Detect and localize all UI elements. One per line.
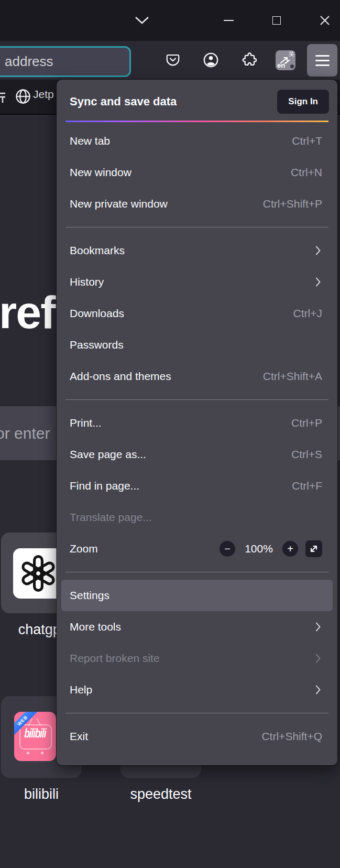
chevron-right-icon xyxy=(315,277,321,287)
chevron-right-icon xyxy=(315,622,321,632)
zoom-level[interactable]: 100% xyxy=(242,542,276,555)
menu-item-label: Translate page... xyxy=(70,511,322,524)
menu-item-shortcut: Ctrl+Shift+P xyxy=(263,198,322,210)
title-bar xyxy=(0,0,340,41)
menu-item-help[interactable]: Help xyxy=(65,674,329,706)
chatgpt-icon-box xyxy=(13,548,63,599)
menu-item-label: Settings xyxy=(70,589,322,602)
chevron-down-icon[interactable] xyxy=(130,0,154,41)
menu-item-label: Find in page... xyxy=(70,480,292,492)
menu-item-bookmarks[interactable]: Bookmarks xyxy=(65,235,329,266)
menu-separator xyxy=(65,399,328,400)
chevron-right-icon xyxy=(315,685,321,695)
menu-item-label: Report broken site xyxy=(70,652,315,665)
menu-item-downloads[interactable]: Downloads Ctrl+J xyxy=(65,298,329,329)
menu-item-shortcut: Ctrl+Shift+Q xyxy=(261,730,322,743)
menu-item-label: Zoom xyxy=(70,542,220,555)
menu-item-label: Help xyxy=(70,683,315,696)
translate-badge-dot xyxy=(290,64,294,68)
bilibili-logo: bilibili WEB xyxy=(14,712,56,761)
menu-item-zoom: Zoom − 100% + xyxy=(65,533,329,565)
shortcut-label-bilibili[interactable]: bilibili xyxy=(1,786,82,802)
menu-item-report-broken-site: Report broken site xyxy=(65,643,329,674)
app-menu-panel: Sync and save data Sign In New tab Ctrl+… xyxy=(57,80,337,765)
menu-header: Sync and save data Sign In xyxy=(65,87,329,116)
menu-item-settings[interactable]: Settings xyxy=(61,580,333,611)
globe-icon xyxy=(15,89,31,104)
pocket-button[interactable] xyxy=(165,52,181,68)
menu-item-print[interactable]: Print... Ctrl+P xyxy=(65,407,329,439)
menu-item-shortcut: Ctrl+S xyxy=(291,448,322,461)
minimize-button[interactable] xyxy=(216,0,240,41)
menu-item-shortcut: Ctrl+J xyxy=(293,307,322,320)
zoom-out-button[interactable]: − xyxy=(220,541,235,557)
menu-item-shortcut: Ctrl+Shift+A xyxy=(263,370,322,383)
menu-item-passwords[interactable]: Passwords xyxy=(65,329,329,361)
account-button[interactable] xyxy=(202,51,220,69)
partial-favicon xyxy=(0,91,6,104)
menu-separator xyxy=(65,227,328,227)
menu-item-label: New tab xyxy=(70,135,292,147)
menu-button[interactable] xyxy=(307,44,337,77)
menu-item-find-in-page[interactable]: Find in page... Ctrl+F xyxy=(65,470,329,502)
address-bar-text: address xyxy=(0,48,129,75)
menu-item-label: New private window xyxy=(70,198,263,210)
translate-extension-button[interactable]: 英 en xyxy=(276,50,295,70)
maximize-button[interactable] xyxy=(265,0,289,41)
menu-item-shortcut: Ctrl+N xyxy=(291,166,322,179)
menu-item-history[interactable]: History xyxy=(65,266,329,298)
address-bar[interactable]: address xyxy=(0,46,131,77)
expand-icon xyxy=(309,544,319,554)
translate-arrows-icon xyxy=(279,55,292,66)
menu-item-label: Save page as... xyxy=(70,448,291,461)
menu-item-shortcut: Ctrl+F xyxy=(292,480,322,492)
menu-item-new-private-window[interactable]: New private window Ctrl+Shift+P xyxy=(65,188,329,220)
menu-separator xyxy=(65,572,328,572)
menu-item-label: Bookmarks xyxy=(70,244,315,257)
accent-gradient-divider xyxy=(65,121,328,122)
menu-item-label: Downloads xyxy=(70,307,293,320)
maximize-icon xyxy=(272,16,281,25)
menu-item-label: History xyxy=(70,276,315,288)
menu-separator xyxy=(65,713,328,713)
puzzle-icon xyxy=(242,52,258,68)
menu-item-label: More tools xyxy=(70,621,315,633)
zoom-in-button[interactable]: + xyxy=(282,541,298,557)
menu-item-label: New window xyxy=(70,166,291,179)
bookmark-label[interactable]: Jetp xyxy=(33,88,54,101)
sync-header-title: Sync and save data xyxy=(65,95,277,108)
zoom-controls: − 100% + xyxy=(220,540,322,557)
menu-item-label: Exit xyxy=(70,730,261,743)
chevron-right-icon xyxy=(315,653,321,664)
chevron-right-icon xyxy=(315,245,321,256)
shortcut-label-speedtest[interactable]: speedtest xyxy=(120,786,201,802)
close-icon xyxy=(320,15,330,26)
menu-item-more-tools[interactable]: More tools xyxy=(65,611,329,643)
pocket-icon xyxy=(165,52,181,68)
menu-item-label: Passwords xyxy=(70,339,322,351)
minimize-icon xyxy=(224,20,234,21)
menu-item-save-page-as[interactable]: Save page as... Ctrl+S xyxy=(65,439,329,470)
sign-in-button[interactable]: Sign In xyxy=(277,90,329,114)
bookmark-item[interactable] xyxy=(15,89,31,106)
extensions-button[interactable] xyxy=(242,52,258,68)
menu-item-translate-page: Translate page... xyxy=(65,502,329,533)
menu-item-new-window[interactable]: New window Ctrl+N xyxy=(65,157,329,188)
close-button[interactable] xyxy=(313,0,337,41)
menu-item-label: Print... xyxy=(70,417,291,429)
menu-item-exit[interactable]: Exit Ctrl+Shift+Q xyxy=(65,721,329,752)
menu-item-shortcut: Ctrl+P xyxy=(291,417,322,429)
menu-item-shortcut: Ctrl+T xyxy=(292,135,322,147)
menu-item-addons-themes[interactable]: Add-ons and themes Ctrl+Shift+A xyxy=(65,361,329,392)
openai-logo xyxy=(19,554,58,593)
menu-item-new-tab[interactable]: New tab Ctrl+T xyxy=(65,125,329,157)
menu-icon xyxy=(315,55,330,57)
account-icon xyxy=(202,51,220,69)
menu-item-label: Add-ons and themes xyxy=(70,370,263,383)
fullscreen-button[interactable] xyxy=(305,540,322,557)
